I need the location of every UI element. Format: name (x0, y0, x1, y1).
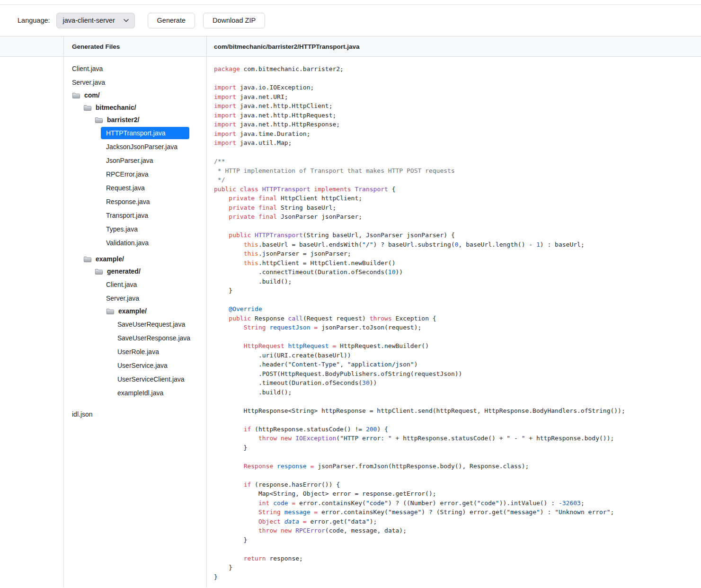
code-line: } (214, 535, 694, 545)
tree-item-label: UserServiceClient.java (117, 375, 185, 383)
tree-item[interactable]: com/ (64, 89, 206, 101)
tree-item-label: SaveUserResponse.java (117, 334, 190, 342)
panel-header-row: Generated Files com/bitmechanic/barriste… (0, 36, 701, 57)
tree-item-label: example/ (118, 307, 147, 315)
tree-item-label: JsonParser.java (106, 157, 153, 164)
language-select[interactable]: java-client-server (56, 13, 135, 28)
tree-item[interactable]: Types.java (64, 222, 206, 236)
code-line: Map<String, Object> error = response.get… (214, 489, 694, 499)
code-line: import java.util.Map; (214, 138, 694, 148)
code-line (214, 452, 694, 462)
code-line: private final String baseUrl; (214, 203, 694, 213)
tree-item[interactable]: exampleIdl.java (64, 386, 206, 400)
tree-item[interactable]: JacksonJsonParser.java (64, 140, 206, 153)
generate-button[interactable]: Generate (148, 13, 195, 28)
tree-item-label: com/ (84, 91, 100, 99)
code-line (214, 148, 694, 157)
tree-item-label: Client.java (72, 65, 103, 72)
code-line: import java.io.IOException; (214, 83, 694, 92)
code-line: throw new IOException("HTTP error: " + h… (214, 434, 694, 443)
code-line: * HTTP implementation of Transport that … (214, 166, 694, 176)
code-line: */ (214, 175, 694, 185)
code-line: import java.net.http.HttpClient; (214, 101, 694, 111)
tree-item[interactable]: example/ (64, 253, 206, 265)
tree-item-label: RPCError.java (106, 170, 148, 178)
tree-item[interactable]: Server.java (64, 75, 206, 89)
tree-item-label: idl.json (72, 410, 93, 418)
language-select-value: java-client-server (63, 17, 124, 24)
tree-item[interactable]: RPCError.java (64, 167, 206, 181)
tree-item-label: generated/ (107, 267, 141, 275)
code-line: @Override (214, 304, 694, 314)
tree-item[interactable]: Client.java (64, 62, 206, 75)
code-line: .build(); (214, 277, 694, 286)
code-line: Response response = jsonParser.fromJson(… (214, 462, 694, 471)
code-line: int code = error.containsKey("code") ? (… (214, 499, 694, 508)
open-file-path-header: com/bitmechanic/barrister2/HTTPTransport… (207, 36, 701, 56)
folder-icon (72, 92, 80, 98)
chevron-down-icon (124, 19, 129, 22)
tree-item[interactable]: barrister2/ (64, 114, 206, 126)
tree-item-label: Client.java (106, 281, 137, 288)
tree-item-label: example/ (96, 255, 124, 263)
tree-item-label: Server.java (72, 79, 105, 86)
tree-item[interactable]: Validation.java (64, 236, 206, 249)
tree-item[interactable]: Server.java (64, 291, 206, 305)
code-line: } (214, 443, 694, 453)
code-line: import java.net.http.HttpRequest; (214, 111, 694, 120)
left-gutter-column (0, 57, 64, 588)
tree-item-label: Response.java (106, 198, 150, 205)
code-panel: package com.bitmechanic.barrister2; impo… (207, 57, 701, 588)
tree-item-label: barrister2/ (107, 116, 139, 124)
tree-item[interactable]: example/ (64, 305, 206, 317)
tree-item[interactable]: generated/ (64, 265, 206, 277)
tree-item[interactable]: SaveUserResponse.java (64, 331, 206, 345)
code-line: public Response call(Request request) th… (214, 314, 694, 323)
tree-item[interactable]: UserRole.java (64, 345, 206, 358)
download-zip-button[interactable]: Download ZIP (203, 13, 265, 28)
tree-item[interactable]: SaveUserRequest.java (64, 317, 206, 331)
code-line: /** (214, 157, 694, 166)
tree-item-label: exampleIdl.java (117, 389, 163, 397)
code-line: } (214, 286, 694, 295)
code-line (214, 332, 694, 342)
code-line: HttpResponse<String> httpResponse = http… (214, 406, 694, 416)
code-line: .POST(HttpRequest.BodyPublishers.ofStrin… (214, 369, 694, 379)
code-line: String requestJson = jsonParser.toJson(r… (214, 323, 694, 332)
code-line (214, 74, 694, 83)
folder-icon (95, 268, 103, 275)
code-line (214, 471, 694, 480)
tree-item[interactable]: Request.java (64, 181, 206, 195)
tree-item-label: Types.java (106, 225, 138, 233)
tree-item[interactable]: Client.java (64, 277, 206, 291)
folder-icon (106, 308, 114, 314)
tree-item[interactable]: bitmechanic/ (64, 101, 206, 114)
code-line: import java.net.URI; (214, 92, 694, 102)
code-line (214, 397, 694, 406)
tree-item[interactable]: HTTPTransport.java (64, 126, 206, 140)
tree-item[interactable]: Transport.java (64, 208, 206, 222)
code-line: package com.bitmechanic.barrister2; (214, 64, 694, 74)
language-label: Language: (18, 17, 50, 24)
code-line: .uri(URI.create(baseUrl)) (214, 351, 694, 360)
tree-item-label: JacksonJsonParser.java (106, 143, 177, 151)
code-line: } (214, 563, 694, 572)
tree-item[interactable]: UserService.java (64, 358, 206, 372)
code-line: this.jsonParser = jsonParser; (214, 249, 694, 258)
main-body: Client.javaServer.javacom/bitmechanic/ba… (0, 57, 701, 588)
code-line: .timeout(Duration.ofSeconds(30)) (214, 378, 694, 388)
code-line (214, 415, 694, 425)
tree-item[interactable]: idl.json (64, 407, 206, 421)
code-line: if (httpResponse.statusCode() != 200) { (214, 425, 694, 434)
tree-item[interactable]: UserServiceClient.java (64, 372, 206, 386)
code-line: public class HTTPTransport implements Tr… (214, 185, 694, 194)
code-line: private final JsonParser jsonParser; (214, 212, 694, 222)
tree-item[interactable]: Response.java (64, 195, 206, 208)
code-view: package com.bitmechanic.barrister2; impo… (207, 57, 701, 581)
code-line: this.httpClient = HttpClient.newBuilder(… (214, 258, 694, 268)
tree-item[interactable]: JsonParser.java (64, 153, 206, 167)
code-line: public HTTPTransport(String baseUrl, Jso… (214, 231, 694, 240)
code-line (214, 295, 694, 305)
code-line: HttpRequest httpRequest = HttpRequest.ne… (214, 341, 694, 351)
code-line: .build(); (214, 388, 694, 397)
